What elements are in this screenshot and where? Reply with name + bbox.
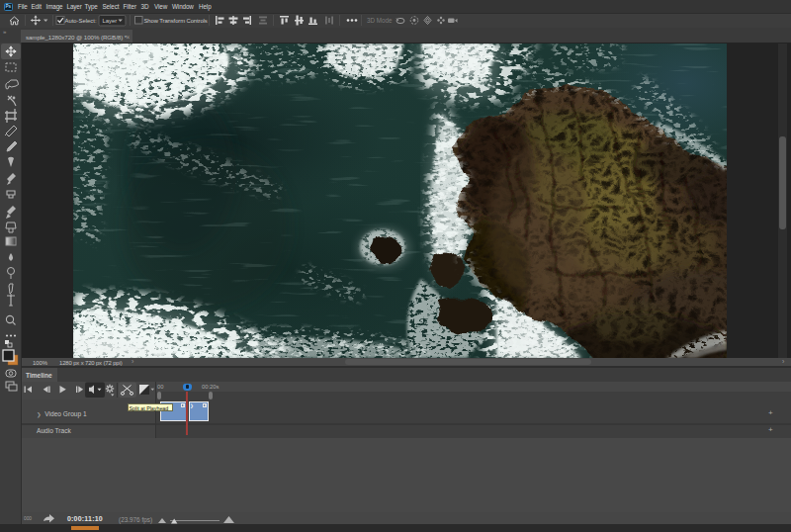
svg-text:Auto-Select:: Auto-Select: (65, 18, 97, 24)
svg-text:Show Transform Controls: Show Transform Controls (144, 18, 208, 24)
svg-text:Layer: Layer (103, 18, 118, 24)
svg-text:3D Mode: 3D Mode (367, 17, 393, 24)
